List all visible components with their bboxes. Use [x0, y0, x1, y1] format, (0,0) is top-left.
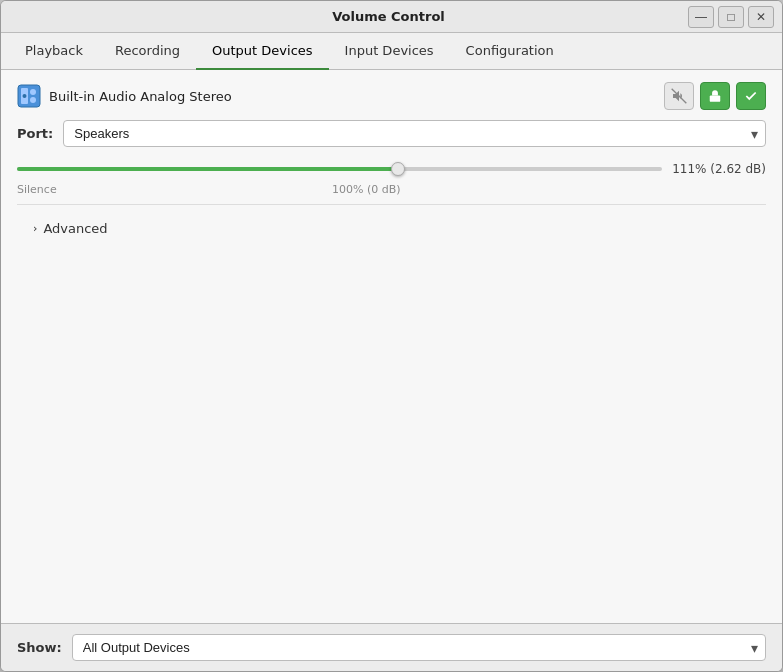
tab-playback[interactable]: Playback: [9, 33, 99, 70]
svg-point-2: [30, 89, 36, 95]
window-title: Volume Control: [89, 9, 688, 24]
tab-configuration[interactable]: Configuration: [450, 33, 570, 70]
tab-bar: Playback Recording Output Devices Input …: [1, 33, 782, 70]
mute-icon: [671, 88, 687, 104]
port-select[interactable]: Speakers Headphones HDMI: [63, 120, 766, 147]
port-select-wrapper: Speakers Headphones HDMI: [63, 120, 766, 147]
advanced-section: › Advanced: [17, 213, 766, 244]
svg-point-4: [23, 94, 27, 98]
slider-labels-row: [17, 159, 662, 179]
tab-recording[interactable]: Recording: [99, 33, 196, 70]
lock-icon: [708, 89, 722, 103]
close-button[interactable]: ✕: [748, 6, 774, 28]
port-label: Port:: [17, 126, 53, 141]
device-icon: [17, 84, 41, 108]
silence-label: Silence: [17, 183, 57, 196]
right-spacer: [676, 183, 766, 196]
titlebar: Volume Control — □ ✕: [1, 1, 782, 33]
volume-percent: 111% (2.62 dB): [672, 162, 766, 176]
svg-point-3: [30, 97, 36, 103]
titlebar-buttons: — □ ✕: [688, 6, 774, 28]
divider: [17, 204, 766, 205]
lock-button[interactable]: [700, 82, 730, 110]
main-content: Built-in Audio Analog Stereo: [1, 70, 782, 623]
tab-output-devices[interactable]: Output Devices: [196, 33, 329, 70]
mute-button[interactable]: [664, 82, 694, 110]
check-icon: [744, 89, 758, 103]
show-select[interactable]: All Output Devices Hardware Output Devic…: [72, 634, 766, 661]
device-name-row: Built-in Audio Analog Stereo: [17, 84, 232, 108]
device-controls: [664, 82, 766, 110]
show-label: Show:: [17, 640, 62, 655]
slider-labels: Silence 100% (0 dB): [17, 183, 766, 196]
device-header: Built-in Audio Analog Stereo: [17, 82, 766, 110]
device-section: Built-in Audio Analog Stereo: [1, 70, 782, 244]
center-label: 100% (0 dB): [332, 183, 401, 196]
device-name: Built-in Audio Analog Stereo: [49, 89, 232, 104]
svg-rect-6: [710, 95, 721, 101]
tab-input-devices[interactable]: Input Devices: [329, 33, 450, 70]
slider-wrapper[interactable]: [17, 159, 662, 179]
default-button[interactable]: [736, 82, 766, 110]
minimize-button[interactable]: —: [688, 6, 714, 28]
content-spacer: [1, 244, 782, 623]
advanced-toggle[interactable]: › Advanced: [33, 217, 750, 240]
port-row: Port: Speakers Headphones HDMI: [17, 120, 766, 147]
show-select-wrapper: All Output Devices Hardware Output Devic…: [72, 634, 766, 661]
main-window: Volume Control — □ ✕ Playback Recording …: [0, 0, 783, 672]
advanced-label: Advanced: [43, 221, 107, 236]
maximize-button[interactable]: □: [718, 6, 744, 28]
chevron-icon: ›: [33, 222, 37, 235]
bottom-bar: Show: All Output Devices Hardware Output…: [1, 623, 782, 671]
volume-row: 111% (2.62 dB): [17, 159, 766, 179]
